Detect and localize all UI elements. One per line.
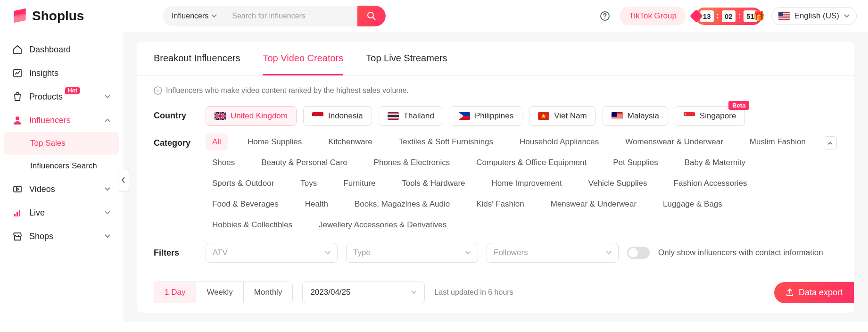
- category-chip[interactable]: Muslim Fashion: [743, 133, 812, 150]
- atv-filter[interactable]: ATV: [206, 243, 338, 263]
- period-weekly[interactable]: Weekly: [196, 282, 243, 303]
- category-chip[interactable]: Home Improvement: [485, 175, 569, 192]
- flag-vn-icon: [538, 112, 549, 120]
- svg-point-0: [368, 12, 373, 18]
- category-chip[interactable]: Womenswear & Underwear: [619, 133, 730, 150]
- category-chip[interactable]: Pet Supplies: [606, 154, 664, 171]
- period-tabs: 1 Day Weekly Monthly: [154, 282, 293, 303]
- person-icon: [12, 115, 23, 125]
- category-chip[interactable]: Books, Magazines & Audio: [348, 196, 456, 213]
- chevron-down-icon: [325, 251, 331, 255]
- last-updated-text: Last updated in 6 hours: [434, 288, 513, 297]
- category-chip[interactable]: Jewellery Accessories & Derivatives: [312, 216, 453, 233]
- nav-insights[interactable]: Insights: [4, 61, 119, 85]
- search-category-dropdown[interactable]: Influencers: [163, 12, 225, 20]
- country-chip-ph[interactable]: Philippines: [450, 106, 522, 126]
- nav-live[interactable]: Live: [4, 201, 119, 224]
- contact-info-toggle[interactable]: [627, 247, 650, 259]
- type-filter[interactable]: Type: [346, 243, 478, 263]
- category-label: Category: [154, 133, 196, 148]
- svg-rect-12: [14, 186, 21, 192]
- category-chip[interactable]: Food & Beverages: [206, 196, 285, 213]
- category-chip[interactable]: Kitchenware: [322, 133, 379, 150]
- country-chip-uk[interactable]: United Kingdom: [206, 106, 297, 126]
- sidebar-collapse-button[interactable]: [118, 169, 129, 191]
- category-chip[interactable]: Beauty & Personal Care: [255, 154, 354, 171]
- category-chip[interactable]: Toys: [294, 175, 323, 192]
- help-button[interactable]: [600, 11, 610, 21]
- nav-label: Shops: [29, 232, 53, 241]
- search-button[interactable]: [357, 6, 386, 26]
- flag-us-icon: [778, 12, 790, 20]
- category-chip[interactable]: Health: [298, 196, 335, 213]
- countdown-timer[interactable]: 13 : 02 : 51 🎁: [695, 8, 762, 25]
- svg-rect-9: [778, 12, 783, 17]
- countdown-minutes: 02: [722, 10, 736, 22]
- category-chip[interactable]: Shoes: [206, 154, 241, 171]
- shop-icon: [12, 231, 23, 241]
- country-chip-sg[interactable]: SingaporeBeta: [675, 106, 745, 126]
- category-chip[interactable]: Luggage & Bags: [656, 196, 729, 213]
- beta-badge: Beta: [728, 101, 749, 110]
- category-chip[interactable]: Sports & Outdoor: [206, 175, 281, 192]
- category-chip[interactable]: Fashion Accessories: [667, 175, 754, 192]
- date-selector[interactable]: 2023/04/25: [302, 282, 425, 303]
- category-chip[interactable]: Baby & Maternity: [678, 154, 752, 171]
- category-chip[interactable]: Home Supplies: [241, 133, 308, 150]
- period-monthly[interactable]: Monthly: [244, 282, 293, 303]
- chart-icon: [12, 68, 23, 78]
- chevron-down-icon: [606, 251, 612, 255]
- category-chip[interactable]: Hobbies & Collectibles: [206, 216, 299, 233]
- country-chip-my[interactable]: Malaysia: [603, 106, 668, 126]
- main-content: Breakout Influencers Top Video Creators …: [123, 32, 868, 322]
- country-chip-vn[interactable]: Viet Nam: [529, 106, 596, 126]
- category-chip[interactable]: Vehicle Supplies: [582, 175, 654, 192]
- category-chip[interactable]: All: [206, 133, 228, 150]
- nav-influencers-search[interactable]: Influencers Search: [4, 155, 119, 177]
- chevron-up-icon: [828, 141, 833, 145]
- category-chip[interactable]: Menswear & Underwear: [544, 196, 643, 213]
- svg-rect-37: [684, 116, 695, 120]
- category-chip[interactable]: Household Appliances: [513, 133, 605, 150]
- flag-id-icon: [312, 112, 323, 120]
- category-chip[interactable]: Kids' Fashion: [470, 196, 531, 213]
- logo[interactable]: Shoplus: [11, 8, 120, 25]
- language-selector[interactable]: English (US): [771, 7, 857, 25]
- country-chip-th[interactable]: Thailand: [379, 106, 443, 126]
- tab-top-video-creators[interactable]: Top Video Creators: [263, 53, 343, 75]
- nav-label: Videos: [29, 184, 55, 194]
- search-input[interactable]: [225, 6, 357, 26]
- svg-rect-33: [612, 117, 623, 118]
- svg-rect-18: [312, 112, 323, 116]
- svg-rect-15: [19, 210, 20, 216]
- home-icon: [12, 44, 23, 55]
- country-name: Thailand: [404, 111, 434, 121]
- nav-videos[interactable]: Videos: [4, 177, 119, 201]
- category-chip[interactable]: Phones & Electronics: [367, 154, 457, 171]
- tab-breakout-influencers[interactable]: Breakout Influencers: [154, 53, 240, 75]
- followers-filter[interactable]: Followers: [487, 243, 619, 263]
- category-chip[interactable]: Tools & Hardware: [395, 175, 471, 192]
- nav-dashboard[interactable]: Dashboard: [4, 38, 119, 61]
- country-chip-id[interactable]: Indonesia: [303, 106, 372, 126]
- nav-influencers[interactable]: Influencers: [4, 108, 119, 132]
- period-1day[interactable]: 1 Day: [154, 282, 196, 303]
- nav-shops[interactable]: Shops: [4, 224, 119, 248]
- chevron-up-icon: [105, 118, 110, 122]
- tab-top-live-streamers[interactable]: Top Live Streamers: [366, 53, 447, 75]
- nav-products[interactable]: Products Hot: [4, 85, 119, 108]
- flag-ph-icon: [459, 112, 470, 120]
- svg-rect-14: [17, 212, 18, 216]
- nav-top-sales[interactable]: Top Sales: [4, 132, 119, 155]
- contact-toggle-label: Only show influencers with contact infor…: [658, 248, 823, 257]
- category-chip[interactable]: Furniture: [337, 175, 382, 192]
- gift-icon: 🎁: [753, 10, 765, 22]
- hot-badge: Hot: [65, 87, 80, 94]
- category-chip[interactable]: Computers & Office Equipment: [470, 154, 593, 171]
- category-chip[interactable]: Textiles & Soft Furnishings: [392, 133, 500, 150]
- collapse-categories-button[interactable]: [824, 136, 837, 149]
- chevron-down-icon: [211, 14, 217, 18]
- tiktok-group-button[interactable]: TikTok Group: [620, 7, 686, 25]
- data-export-button[interactable]: Data export: [774, 282, 854, 303]
- help-icon: [600, 11, 610, 21]
